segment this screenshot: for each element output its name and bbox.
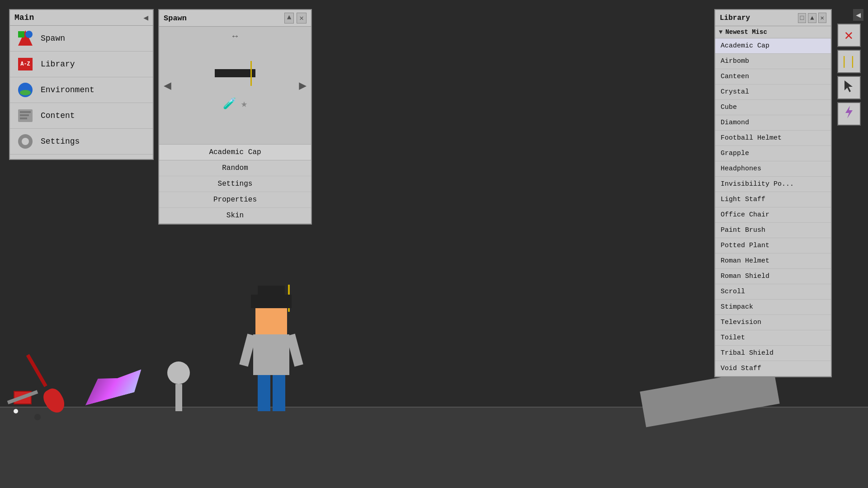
library-item-diamond[interactable]: Diamond [715,115,831,131]
svg-rect-5 [20,114,29,116]
main-panel-titlebar: Main ◀ [10,10,153,26]
main-panel: Main ◀ Spawn A-Z Library Environment [9,9,154,160]
potion-icon: 🧪 [223,97,236,110]
library-item-airbomb[interactable]: Airbomb [715,54,831,69]
spawn-skin[interactable]: Skin [159,208,311,224]
main-menu-environment[interactable]: Environment [10,77,153,103]
spawn-titlebar-buttons: ▲ ✕ [284,13,307,23]
toolbar-close-btn[interactable]: ✕ [837,23,861,47]
svg-marker-8 [845,106,853,118]
char-hat [251,295,292,308]
toolbar-collapse-btn[interactable]: ◀ [853,9,863,21]
library-close-btn[interactable]: ✕ [818,13,826,23]
gear-outer [18,134,33,149]
main-menu-content[interactable]: Content [10,103,153,129]
spawn-panel: Spawn ▲ ✕ ↔ ◀ 🧪 ★ ▶ Academic Cap Random … [158,9,312,225]
library-filter-text: Newest Misc [725,28,767,36]
spawn-preview: ↔ ◀ 🧪 ★ ▶ [159,27,311,144]
spawn-nav-left[interactable]: ◀ [164,78,171,93]
svg-rect-1 [18,31,24,38]
star-icon: ★ [241,97,247,110]
library-item-television[interactable]: Television [715,315,831,330]
cursor-icon [843,80,855,96]
library-filter-arrow: ▼ [719,28,722,36]
spawn-panel-titlebar: Spawn ▲ ✕ [159,10,311,27]
library-filter[interactable]: ▼ Newest Misc [715,26,831,38]
spawn-properties[interactable]: Properties [159,192,311,208]
floor [0,407,868,488]
pause-icon: || [840,55,858,69]
char-hat-top [258,286,285,295]
spawn-settings[interactable]: Settings [159,176,311,192]
spawn-item-name: Academic Cap [159,144,311,160]
toolbar-pause-btn[interactable]: || [837,50,861,73]
library-item-light-staff[interactable]: Light Staff [715,192,831,207]
spawn-random[interactable]: Random [159,160,311,176]
main-menu-library[interactable]: A-Z Library [10,52,153,77]
spawn-nav-right[interactable]: ▶ [299,78,307,93]
cap-board [215,69,255,77]
library-item-roman-shield[interactable]: Roman Shield [715,269,831,284]
library-item-toilet[interactable]: Toilet [715,330,831,346]
library-minimize-btn[interactable]: ▲ [808,13,816,23]
library-item-void-staff[interactable]: Void Staff [715,361,831,376]
library-item-grapple[interactable]: Grapple [715,146,831,161]
svg-marker-7 [844,80,853,92]
cap-preview [215,61,255,88]
library-list: Academic CapAirbombCanteenCrystalCubeDia… [715,38,831,376]
main-panel-title: Main [14,13,34,22]
spawn-panel-title: Spawn [164,14,187,23]
library-item-academic-cap[interactable]: Academic Cap [715,38,831,54]
library-item-scroll[interactable]: Scroll [715,284,831,300]
environment-icon [16,81,34,99]
library-item-football-helmet[interactable]: Football Helmet [715,131,831,146]
library-titlebar: Library □ ▲ ✕ [715,10,831,26]
spawn-close-btn[interactable]: ✕ [297,13,307,23]
svg-rect-6 [20,117,27,119]
x-icon: ✕ [844,26,853,44]
library-panel: Library □ ▲ ✕ ▼ Newest Misc Academic Cap… [714,9,832,377]
library-item-crystal[interactable]: Crystal [715,84,831,100]
library-item-tribal-shield[interactable]: Tribal Shield [715,346,831,361]
svg-point-2 [25,31,33,38]
library-title: Library [720,14,750,22]
main-menu-content-label: Content [41,111,75,120]
char-leg-left [258,375,270,411]
library-icon: A-Z [16,55,34,73]
library-item-paint-brush[interactable]: Paint Brush [715,223,831,238]
main-menu-settings[interactable]: Settings [10,129,153,155]
library-item-headphones[interactable]: Headphones [715,161,831,177]
library-window-btn[interactable]: □ [798,13,806,23]
main-panel-collapse[interactable]: ◀ [143,13,148,23]
main-menu-spawn[interactable]: Spawn [10,26,153,52]
char-body [253,334,289,375]
rolling-jack [14,391,41,418]
wing-sword-object [80,367,146,406]
jack-ball [14,409,18,413]
char-leg-right [273,375,285,411]
main-menu-settings-label: Settings [41,137,80,146]
cap-tassel [250,61,252,86]
lightning-icon [843,105,855,123]
library-item-invisibility-potion[interactable]: Invisibility Po... [715,177,831,192]
settings-icon [16,132,34,150]
preview-icons: 🧪 ★ [223,97,247,110]
library-item-stimpack[interactable]: Stimpack [715,300,831,315]
gear-inner [22,138,29,145]
right-toolbar: ◀ ✕ || [834,9,863,126]
main-menu-spawn-label: Spawn [41,34,65,43]
library-item-roman-helmet[interactable]: Roman Helmet [715,253,831,269]
library-item-office-chair[interactable]: Office Chair [715,207,831,223]
spawn-minimize-btn[interactable]: ▲ [284,13,294,23]
toolbar-cursor-btn[interactable] [837,76,861,99]
main-menu-environment-label: Environment [41,85,94,94]
library-item-cube[interactable]: Cube [715,100,831,115]
library-item-canteen[interactable]: Canteen [715,69,831,84]
char-head [255,307,287,334]
spawn-resize-handle[interactable]: ↔ [232,31,238,42]
fan-object [167,361,190,411]
spawn-icon [16,29,34,47]
fan-head [167,361,190,384]
library-item-potted-plant[interactable]: Potted Plant [715,238,831,253]
toolbar-lightning-btn[interactable] [837,102,861,126]
